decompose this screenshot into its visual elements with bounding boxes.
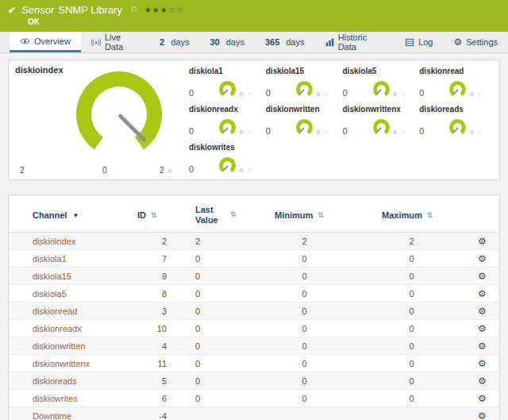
- tab-label: days: [286, 37, 304, 47]
- table-row: diskionwrittenx 11 0 0 0 ⚙: [9, 355, 499, 372]
- table-row: diskionread 3 0 0 0 ⚙: [9, 302, 499, 320]
- bar-chart-icon: [325, 38, 334, 47]
- table-row: diskiowrites 6 0 0 0 ⚙: [9, 390, 499, 407]
- sort-icon[interactable]: ⇅: [318, 211, 324, 219]
- tab-overview[interactable]: Overview: [10, 32, 81, 52]
- channel-settings-icon[interactable]: ⚙: [478, 253, 487, 264]
- overview-eye-icon: [20, 37, 30, 45]
- channel-settings-icon[interactable]: ⚙: [478, 376, 487, 387]
- channel-settings-icon[interactable]: ⚙: [478, 236, 487, 247]
- mini-gauge-value: 0: [419, 88, 449, 98]
- tab-number: 2: [160, 37, 164, 47]
- channel-link[interactable]: diskionwrittenx: [9, 355, 128, 372]
- gauge-settings-favorite-icons[interactable]: ⚙ ☆: [469, 129, 483, 136]
- log-list-icon: [405, 38, 414, 47]
- channel-settings-icon[interactable]: ⚙: [478, 393, 487, 404]
- gauge-settings-favorite-icons[interactable]: ⚙ ☆: [316, 91, 330, 98]
- mini-gauges-grid: diskiola1 0 ⚙ ☆ diskiola15 0 ⚙ ☆ diskiol…: [179, 60, 499, 179]
- big-gauge-block: diskioindex 2 0 2 ⚙ ☆: [9, 60, 179, 179]
- big-gauge: [76, 71, 162, 157]
- channel-settings-icon[interactable]: ⚙: [478, 306, 487, 317]
- table-row: diskionreadx 10 0 0 0 ⚙: [9, 320, 499, 337]
- channel-settings-icon[interactable]: ⚙: [478, 288, 487, 299]
- gauge-settings-favorite-icons[interactable]: ⚙ ☆: [239, 129, 253, 136]
- channel-link[interactable]: diskioindex: [9, 233, 128, 250]
- gauges-panel: diskioindex 2 0 2 ⚙ ☆ diskiola1 0 ⚙ ☆: [8, 60, 500, 180]
- mini-gauge-dial: [219, 81, 236, 98]
- channel-settings-icon[interactable]: ⚙: [478, 323, 487, 334]
- gauge-settings-favorite-icons[interactable]: ⚙ ☆: [393, 129, 407, 136]
- channel-settings-icon[interactable]: ⚙: [478, 271, 487, 282]
- channel-link[interactable]: diskionreadx: [9, 320, 128, 337]
- tab-number: 30: [210, 37, 219, 47]
- mini-gauge-value: 0: [343, 88, 373, 98]
- sensor-kind-label: Sensor: [21, 4, 54, 16]
- gauge-settings-favorite-icons[interactable]: ⚙ ☆: [239, 168, 253, 174]
- tab-label: Overview: [34, 37, 71, 46]
- channel-link[interactable]: Downtime: [9, 407, 128, 420]
- mini-gauge-dial: [296, 81, 313, 98]
- sort-icon[interactable]: ⇅: [230, 210, 237, 218]
- mini-gauge-diskionread: diskionread 0 ⚙ ☆: [418, 65, 495, 103]
- mini-gauge-dial: [373, 119, 390, 136]
- column-header-id[interactable]: ID ⇅: [128, 195, 171, 233]
- table-row: diskioreads 5 0 0 0 ⚙: [9, 372, 499, 390]
- gauge-settings-favorite-icons[interactable]: ⚙ ☆: [469, 91, 483, 98]
- tab-label: Log: [418, 37, 433, 47]
- mini-gauge-dial: [449, 81, 466, 98]
- table-header-row: Channel ▼ ID ⇅ Last Value ⇅ Minimum ⇅: [9, 195, 499, 233]
- column-header-last-value[interactable]: Last Value ⇅: [171, 195, 251, 233]
- mini-gauge-diskioreads: diskioreads 0 ⚙ ☆: [418, 103, 495, 141]
- tab-bar: Overview Live Data 2 days 30 days 365 da…: [0, 32, 508, 53]
- mini-gauge-diskionwrittenx: diskionwrittenx 0 ⚙ ☆: [341, 103, 418, 141]
- channel-settings-icon[interactable]: ⚙: [478, 410, 487, 420]
- tab-label: days: [226, 37, 244, 47]
- live-data-icon: [91, 38, 101, 47]
- tab-historic-data[interactable]: Historic Data: [315, 32, 395, 52]
- mini-gauge-value: 0: [266, 126, 296, 136]
- table-row: diskioindex 2 2 2 2 ⚙: [9, 233, 499, 250]
- gauge-settings-favorite-icons[interactable]: ⚙ ☆: [167, 168, 179, 181]
- channel-link[interactable]: diskioreads: [9, 372, 128, 390]
- tab-number: 365: [265, 37, 279, 47]
- sensor-page: ✔ Sensor SNMP Library ⚐ ★★★☆☆ OK Overvie…: [0, 0, 508, 420]
- mini-gauge-dial: [219, 119, 236, 136]
- channel-link[interactable]: diskiowrites: [9, 390, 128, 407]
- channel-settings-icon[interactable]: ⚙: [478, 341, 487, 352]
- tab-30-days[interactable]: 30 days: [199, 32, 255, 52]
- table-row: diskiola5 8 0 0 0 ⚙: [9, 285, 499, 302]
- gauge-settings-favorite-icons[interactable]: ⚙ ☆: [239, 91, 253, 98]
- gauge-settings-favorite-icons[interactable]: ⚙ ☆: [393, 91, 407, 98]
- channel-settings-icon[interactable]: ⚙: [478, 358, 487, 369]
- channel-link[interactable]: diskiola15: [9, 268, 128, 285]
- mini-gauge-value: 0: [189, 164, 219, 174]
- mini-gauge-value: 0: [189, 88, 219, 98]
- channel-link[interactable]: diskiola5: [9, 285, 128, 302]
- gauge-settings-favorite-icons[interactable]: ⚙ ☆: [316, 129, 330, 136]
- tab-settings[interactable]: ⚙ Settings: [443, 32, 508, 52]
- table-row: diskiola15 9 0 0 0 ⚙: [9, 268, 499, 285]
- channel-link[interactable]: diskionwritten: [9, 337, 128, 355]
- table-row: Downtime -4 ⚙: [9, 407, 499, 420]
- scale-min-label: 2: [20, 166, 25, 175]
- tab-log[interactable]: Log: [394, 32, 443, 52]
- tab-live-data[interactable]: Live Data: [81, 32, 149, 52]
- tab-2-days[interactable]: 2 days: [149, 32, 199, 52]
- channel-link[interactable]: diskionread: [9, 302, 128, 320]
- mini-gauge-dial: [296, 119, 313, 136]
- sort-desc-icon[interactable]: ▼: [72, 212, 79, 219]
- column-header-minimum[interactable]: Minimum ⇅: [251, 195, 358, 233]
- column-header-channel[interactable]: Channel ▼: [9, 195, 128, 233]
- flag-icon[interactable]: ⚐: [130, 5, 138, 15]
- tab-label: days: [171, 37, 189, 47]
- tab-365-days[interactable]: 365 days: [255, 32, 315, 52]
- status-check-icon: ✔: [8, 5, 16, 16]
- big-gauge-scale: 2 0 2 ⚙ ☆: [9, 166, 179, 175]
- channel-link[interactable]: diskiola1: [9, 250, 128, 268]
- priority-stars[interactable]: ★★★☆☆: [144, 6, 184, 14]
- table-row: diskionwritten 4 0 0 0 ⚙: [9, 337, 499, 355]
- sort-icon[interactable]: ⇅: [151, 211, 157, 219]
- sort-icon[interactable]: ⇅: [427, 211, 433, 219]
- column-header-maximum[interactable]: Maximum ⇅: [358, 195, 465, 233]
- tab-label: Settings: [466, 37, 498, 47]
